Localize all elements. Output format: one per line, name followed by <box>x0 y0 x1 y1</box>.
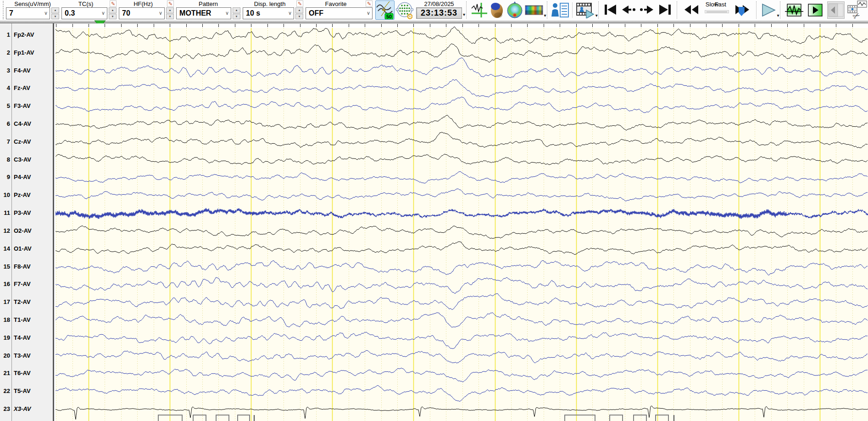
step-forward-button[interactable] <box>639 3 655 18</box>
current-date: 27/08/2025 <box>424 0 454 7</box>
play-clip-button[interactable] <box>806 1 824 19</box>
montage-settings-button[interactable]: ⚙ <box>395 0 415 20</box>
channel-row[interactable]: 23X3-AV <box>0 405 54 414</box>
pattern-combo[interactable]: MOTHER ∨ <box>176 7 231 19</box>
channel-row[interactable]: 16F7-AV <box>0 281 54 289</box>
video-clip-cut-button[interactable]: ✂ ▾ <box>846 0 868 20</box>
go-to-end-button[interactable] <box>657 3 672 18</box>
rewind-button[interactable] <box>682 3 701 18</box>
channel-label[interactable]: F3-AV <box>14 102 31 109</box>
channel-label[interactable]: Fp2-AV <box>14 31 34 38</box>
pattern-spin-up[interactable]: ▲ <box>233 7 240 13</box>
channel-label[interactable]: Pz-AV <box>14 191 31 198</box>
channel-row[interactable]: 5F3-AV <box>0 102 54 111</box>
channel-row[interactable]: 21T6-AV <box>0 370 54 378</box>
display-length-spin-down[interactable]: ▼ <box>295 14 303 20</box>
play-button[interactable]: ▾ <box>761 0 776 20</box>
channel-label[interactable]: T4-AV <box>14 334 31 341</box>
channel-label[interactable]: F7-AV <box>14 281 31 287</box>
channel-number: 5 <box>0 102 10 109</box>
speed-slider[interactable]: Slow Fast <box>704 0 730 19</box>
channel-number: 21 <box>0 370 10 376</box>
patient-info-button[interactable] <box>551 0 569 20</box>
channel-number: 9 <box>0 174 10 180</box>
favorite-combo[interactable]: OFF ∨ <box>306 7 373 19</box>
display-length-combo[interactable]: 10 s ∨ <box>243 7 294 19</box>
channel-row[interactable]: 4Fz-AV <box>0 84 54 93</box>
channel-row[interactable]: 22T5-AV <box>0 387 54 396</box>
channel-label[interactable]: X3-AV <box>14 405 31 412</box>
channel-row[interactable]: 9P4-AV <box>0 174 54 182</box>
channel-label[interactable]: P3-AV <box>14 209 31 216</box>
channel-row[interactable]: 8C3-AV <box>0 156 54 164</box>
channel-label[interactable]: C3-AV <box>14 156 31 163</box>
topography-map-button[interactable] <box>506 0 524 20</box>
hf-spin-up[interactable]: ▲ <box>166 7 174 13</box>
speed-slider-track[interactable] <box>705 10 729 13</box>
play-dropdown-arrow[interactable]: ▾ <box>777 13 779 18</box>
hf-combo[interactable]: 70 ∨ <box>119 7 165 19</box>
display-length-edit-pencil-icon[interactable]: ✎ <box>296 0 303 7</box>
display-length-spin-up[interactable]: ▲ <box>295 7 303 13</box>
sensitivity-spin-up[interactable]: ▲ <box>51 7 59 13</box>
channel-row[interactable]: 18T1-AV <box>0 316 54 325</box>
channel-label[interactable]: C4-AV <box>14 120 31 127</box>
step-back-button[interactable] <box>621 3 636 18</box>
dsa-trend-button[interactable]: ▾ <box>525 0 543 20</box>
channel-row[interactable]: 20T3-AV <box>0 352 54 360</box>
channel-row[interactable]: 19T4-AV <box>0 334 54 342</box>
channel-number: 23 <box>0 405 10 412</box>
channel-label[interactable]: T6-AV <box>14 370 31 376</box>
channel-row[interactable]: 10Pz-AV <box>0 191 54 200</box>
channel-number: 8 <box>0 156 10 163</box>
channel-row[interactable]: 17T2-AV <box>0 298 54 307</box>
channel-label[interactable]: F8-AV <box>14 263 31 270</box>
sensitivity-combo[interactable]: 7 ∨ <box>6 7 50 19</box>
channel-label[interactable]: Cz-AV <box>14 138 31 145</box>
channel-row[interactable]: 14O1-AV <box>0 245 54 253</box>
time-dropdown-arrow[interactable]: ▾ <box>463 12 465 17</box>
tc-combo[interactable]: 0.3 ∨ <box>61 7 107 19</box>
channel-label[interactable]: O1-AV <box>14 245 32 252</box>
go-to-start-button[interactable] <box>603 3 618 18</box>
eeg-trace-area[interactable] <box>56 23 868 421</box>
channel-label[interactable]: T2-AV <box>14 298 31 305</box>
channel-label[interactable]: Fp1-AV <box>14 49 34 56</box>
video-dropdown-arrow[interactable]: ▾ <box>595 13 598 18</box>
eeg-replay-button[interactable] <box>785 1 803 19</box>
dsa-dropdown-arrow[interactable]: ▾ <box>544 13 546 18</box>
timeline-ruler[interactable] <box>0 20 868 23</box>
channel-label[interactable]: T5-AV <box>14 387 31 394</box>
notch-50hz-badge: 50 <box>386 14 392 19</box>
channel-number: 16 <box>0 281 10 287</box>
channel-label[interactable]: O2-AV <box>14 227 32 234</box>
channel-row[interactable]: 11P3-AV <box>0 209 54 218</box>
channel-row[interactable]: 6C4-AV <box>0 120 54 129</box>
topography-head-icon <box>506 1 524 19</box>
tc-spin-up[interactable]: ▲ <box>109 7 117 13</box>
channel-row[interactable]: 7Cz-AV <box>0 138 54 146</box>
tc-spin-down[interactable]: ▼ <box>109 14 117 20</box>
channel-label[interactable]: F4-AV <box>14 67 31 74</box>
head-3d-map-button[interactable] <box>489 0 505 20</box>
event-marker-button[interactable] <box>471 0 488 20</box>
channel-row[interactable]: 2Fp1-AV <box>0 49 54 57</box>
video-playback-button[interactable]: ▾ <box>575 0 595 20</box>
favorite-edit-pencil-icon[interactable]: ✎ <box>366 0 373 7</box>
sensitivity-spin-down[interactable]: ▼ <box>51 14 59 20</box>
pattern-spin-down[interactable]: ▼ <box>233 14 240 20</box>
hf-spin-down[interactable]: ▼ <box>166 14 174 20</box>
channel-label[interactable]: Fz-AV <box>14 84 30 91</box>
tc-edit-pencil-icon[interactable]: ✎ <box>110 0 117 7</box>
toolbar-separator <box>780 1 781 19</box>
channel-row[interactable]: 15F8-AV <box>0 263 54 271</box>
hf-edit-pencil-icon[interactable]: ✎ <box>167 0 174 7</box>
channel-label[interactable]: P4-AV <box>14 174 31 180</box>
channel-row[interactable]: 1Fp2-AV <box>0 31 54 39</box>
channel-label[interactable]: T1-AV <box>14 316 31 323</box>
channel-row[interactable]: 3F4-AV <box>0 67 54 75</box>
channel-label[interactable]: T3-AV <box>14 352 31 359</box>
current-time[interactable]: 23:13:53 <box>416 7 462 19</box>
notch-filter-button[interactable]: 50 <box>375 0 395 20</box>
channel-row[interactable]: 12O2-AV <box>0 227 54 236</box>
